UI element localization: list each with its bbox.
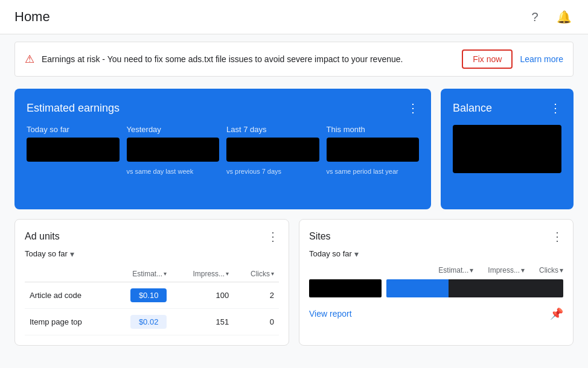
estimate-value-2: $0.02 (130, 315, 167, 329)
view-report-row: View report 📌 (309, 307, 563, 320)
sites-estimate-col[interactable]: Estimat... ▾ (438, 266, 473, 274)
earnings-label-7days: Last 7 days (226, 125, 319, 134)
ad-unit-name-1: Article ad code (25, 282, 109, 308)
estimate-value-1: $0.10 (130, 288, 167, 302)
cards-row: Estimated earnings ⋮ Today so far Yester… (14, 89, 574, 209)
sites-impressions-col[interactable]: Impress... ▾ (488, 266, 525, 274)
earnings-label-month: This month (327, 125, 420, 134)
page-title: Home (14, 9, 50, 25)
ad-unit-clicks-1: 2 (234, 282, 279, 308)
main-content: Estimated earnings ⋮ Today so far Yester… (0, 84, 588, 360)
earnings-item-month: This month vs same period last year (327, 125, 420, 175)
earnings-card-header: Estimated earnings ⋮ (27, 101, 419, 115)
ad-units-table: Estimat... ▾ Impress... ▾ (25, 266, 279, 335)
alert-message: Earnings at risk - You need to fix some … (42, 54, 455, 64)
ad-units-period-arrow: ▾ (70, 249, 74, 259)
sites-panel-header: Sites ⋮ (309, 229, 563, 244)
ad-units-period-dropdown[interactable]: Today so far ▾ (25, 249, 74, 259)
balance-card: Balance ⋮ (441, 89, 574, 209)
sites-clicks-label: Clicks (539, 266, 558, 274)
ad-units-panel-title: Ad units (25, 231, 60, 242)
clicks-col-label: Clicks (251, 270, 270, 278)
sites-panel-title: Sites (309, 231, 331, 242)
ad-units-table-header-row: Estimat... ▾ Impress... ▾ (25, 266, 279, 282)
sites-panel: Sites ⋮ Today so far ▾ Estimat... ▾ Impr… (299, 219, 574, 346)
sites-period-arrow: ▾ (354, 249, 359, 259)
earnings-item-7days: Last 7 days vs previous 7 days (226, 125, 319, 175)
ad-units-panel-header: Ad units ⋮ (25, 229, 279, 244)
ad-units-col-estimate[interactable]: Estimat... ▾ (109, 266, 171, 282)
sites-col-headers: Estimat... ▾ Impress... ▾ Clicks ▾ (309, 266, 563, 274)
alert-banner: ⚠ Earnings at risk - You need to fix som… (14, 42, 574, 77)
earnings-label-yesterday: Yesterday (127, 125, 220, 134)
earnings-item-yesterday: Yesterday vs same day last week (127, 125, 220, 175)
ad-units-panel: Ad units ⋮ Today so far ▾ Estimat... ▾ (14, 219, 289, 346)
earnings-value-yesterday (127, 138, 220, 162)
balance-value-box (453, 125, 561, 173)
estimate-filter-arrow: ▾ (164, 270, 167, 277)
help-icon[interactable]: ? (525, 7, 545, 27)
pin-icon[interactable]: 📌 (550, 307, 563, 320)
sites-bar-dark (449, 279, 563, 297)
earnings-sublabel-yesterday: vs same day last week (127, 168, 220, 175)
view-report-link[interactable]: View report (309, 309, 352, 319)
sites-clicks-arrow: ▾ (560, 266, 563, 274)
impressions-col-label: Impress... (193, 270, 225, 278)
ad-unit-estimate-2: $0.02 (109, 308, 171, 335)
learn-more-link[interactable]: Learn more (520, 54, 563, 64)
earnings-card-menu[interactable]: ⋮ (407, 101, 419, 115)
notifications-icon[interactable]: 🔔 (554, 7, 574, 27)
ad-units-col-name (25, 266, 109, 282)
sites-clicks-col[interactable]: Clicks ▾ (539, 266, 563, 274)
earnings-value-7days (226, 138, 319, 162)
balance-card-title: Balance (453, 102, 492, 115)
table-row: Itemp page top $0.02 151 0 (25, 308, 279, 335)
earnings-card: Estimated earnings ⋮ Today so far Yester… (14, 89, 431, 209)
ad-unit-estimate-1: $0.10 (109, 282, 171, 308)
ad-unit-impressions-1: 100 (171, 282, 234, 308)
sites-data-row (309, 279, 563, 297)
ad-unit-name-2: Itemp page top (25, 308, 109, 335)
impressions-filter-arrow: ▾ (226, 270, 229, 277)
ad-units-col-impressions[interactable]: Impress... ▾ (171, 266, 234, 282)
sites-period-dropdown[interactable]: Today so far ▾ (309, 249, 359, 259)
sites-bar-container (386, 279, 563, 297)
estimate-col-label: Estimat... (132, 270, 162, 278)
balance-card-header: Balance ⋮ (453, 101, 561, 115)
header: Home ? 🔔 (0, 0, 588, 34)
earnings-grid: Today so far Yesterday vs same day last … (27, 125, 419, 175)
sites-impressions-label: Impress... (488, 266, 520, 274)
earnings-sublabel-month: vs same period last year (327, 168, 420, 175)
ad-units-col-clicks[interactable]: Clicks ▾ (234, 266, 279, 282)
header-icons: ? 🔔 (525, 7, 574, 27)
bottom-row: Ad units ⋮ Today so far ▾ Estimat... ▾ (14, 219, 574, 346)
sites-bar-blue (386, 279, 449, 297)
sites-panel-menu[interactable]: ⋮ (551, 229, 563, 244)
earnings-sublabel-7days: vs previous 7 days (226, 168, 319, 175)
ad-units-panel-menu[interactable]: ⋮ (267, 229, 279, 244)
table-row: Article ad code $0.10 100 2 (25, 282, 279, 308)
earnings-item-today: Today so far (27, 125, 120, 175)
fix-now-button[interactable]: Fix now (462, 49, 513, 69)
ad-unit-impressions-2: 151 (171, 308, 234, 335)
earnings-value-today (27, 138, 120, 162)
sites-estimate-label: Estimat... (438, 266, 468, 274)
earnings-card-title: Estimated earnings (27, 102, 120, 115)
sites-impressions-arrow: ▾ (521, 266, 525, 274)
balance-card-menu[interactable]: ⋮ (549, 101, 561, 115)
clicks-filter-arrow: ▾ (271, 270, 274, 277)
sites-period-label: Today so far (309, 249, 352, 258)
sites-name-redacted (309, 279, 382, 297)
alert-icon: ⚠ (25, 52, 34, 66)
ad-units-period-label: Today so far (25, 249, 68, 258)
earnings-value-month (327, 138, 420, 162)
sites-estimate-arrow: ▾ (470, 266, 473, 274)
earnings-label-today: Today so far (27, 125, 120, 134)
ad-unit-clicks-2: 0 (234, 308, 279, 335)
